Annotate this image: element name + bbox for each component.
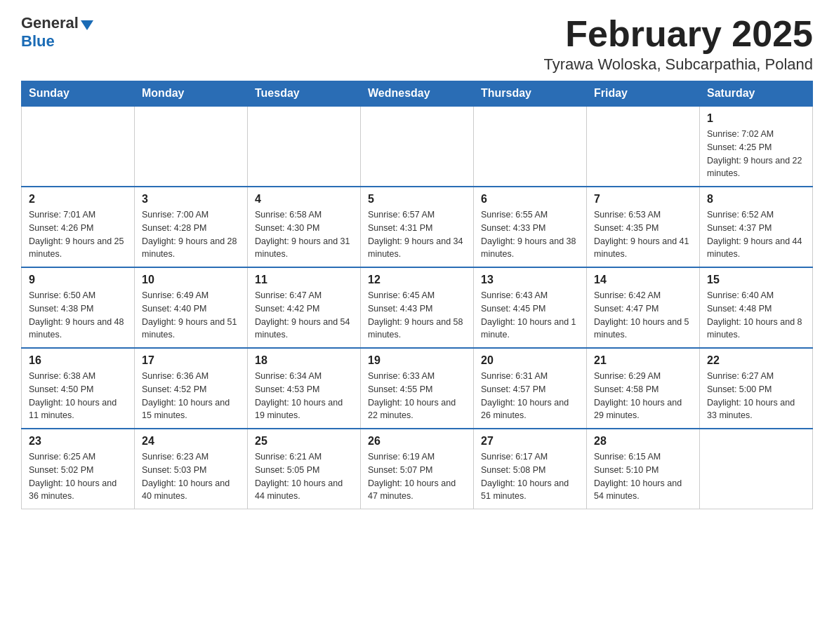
day-cell <box>22 106 135 187</box>
day-cell: 9Sunrise: 6:50 AM Sunset: 4:38 PM Daylig… <box>22 267 135 348</box>
day-number: 16 <box>29 354 127 367</box>
day-number: 4 <box>255 193 353 206</box>
day-info: Sunrise: 6:36 AM Sunset: 4:52 PM Dayligh… <box>142 370 240 422</box>
day-number: 8 <box>707 193 805 206</box>
day-info: Sunrise: 6:58 AM Sunset: 4:30 PM Dayligh… <box>255 208 353 261</box>
day-number: 22 <box>707 354 805 367</box>
day-info: Sunrise: 6:33 AM Sunset: 4:55 PM Dayligh… <box>368 370 466 422</box>
day-info: Sunrise: 6:40 AM Sunset: 4:48 PM Dayligh… <box>707 289 805 342</box>
month-title: February 2025 <box>543 14 813 54</box>
day-cell: 20Sunrise: 6:31 AM Sunset: 4:57 PM Dayli… <box>474 348 587 429</box>
day-number: 11 <box>255 274 353 286</box>
day-info: Sunrise: 6:57 AM Sunset: 4:31 PM Dayligh… <box>368 208 466 261</box>
location-title: Tyrawa Woloska, Subcarpathia, Poland <box>543 55 813 74</box>
day-cell: 3Sunrise: 7:00 AM Sunset: 4:28 PM Daylig… <box>135 187 248 267</box>
day-cell <box>135 106 248 187</box>
day-info: Sunrise: 6:15 AM Sunset: 5:10 PM Dayligh… <box>594 450 692 503</box>
day-cell: 11Sunrise: 6:47 AM Sunset: 4:42 PM Dayli… <box>248 267 361 348</box>
day-number: 26 <box>368 435 466 448</box>
day-cell: 4Sunrise: 6:58 AM Sunset: 4:30 PM Daylig… <box>248 187 361 267</box>
day-info: Sunrise: 7:02 AM Sunset: 4:25 PM Dayligh… <box>707 128 805 180</box>
day-number: 17 <box>142 354 240 367</box>
day-number: 27 <box>481 435 579 448</box>
day-info: Sunrise: 6:45 AM Sunset: 4:43 PM Dayligh… <box>368 289 466 342</box>
day-number: 14 <box>594 274 692 286</box>
day-number: 20 <box>481 354 579 367</box>
col-header-friday: Friday <box>587 81 700 107</box>
day-cell: 17Sunrise: 6:36 AM Sunset: 4:52 PM Dayli… <box>135 348 248 429</box>
day-info: Sunrise: 6:29 AM Sunset: 4:58 PM Dayligh… <box>594 370 692 422</box>
logo-blue: Blue <box>21 32 55 51</box>
day-cell: 16Sunrise: 6:38 AM Sunset: 4:50 PM Dayli… <box>22 348 135 429</box>
day-cell <box>700 429 813 509</box>
week-row-2: 9Sunrise: 6:50 AM Sunset: 4:38 PM Daylig… <box>22 267 813 348</box>
day-info: Sunrise: 7:00 AM Sunset: 4:28 PM Dayligh… <box>142 208 240 261</box>
day-cell: 14Sunrise: 6:42 AM Sunset: 4:47 PM Dayli… <box>587 267 700 348</box>
day-info: Sunrise: 6:49 AM Sunset: 4:40 PM Dayligh… <box>142 289 240 342</box>
logo: General Blue <box>21 14 93 51</box>
day-cell: 12Sunrise: 6:45 AM Sunset: 4:43 PM Dayli… <box>361 267 474 348</box>
day-info: Sunrise: 6:43 AM Sunset: 4:45 PM Dayligh… <box>481 289 579 342</box>
day-number: 5 <box>368 193 466 206</box>
col-header-saturday: Saturday <box>700 81 813 107</box>
day-cell: 13Sunrise: 6:43 AM Sunset: 4:45 PM Dayli… <box>474 267 587 348</box>
day-number: 18 <box>255 354 353 367</box>
day-info: Sunrise: 6:55 AM Sunset: 4:33 PM Dayligh… <box>481 208 579 261</box>
day-cell: 28Sunrise: 6:15 AM Sunset: 5:10 PM Dayli… <box>587 429 700 509</box>
day-number: 24 <box>142 435 240 448</box>
day-number: 3 <box>142 193 240 206</box>
day-info: Sunrise: 6:52 AM Sunset: 4:37 PM Dayligh… <box>707 208 805 261</box>
day-cell: 27Sunrise: 6:17 AM Sunset: 5:08 PM Dayli… <box>474 429 587 509</box>
day-info: Sunrise: 7:01 AM Sunset: 4:26 PM Dayligh… <box>29 208 127 261</box>
day-number: 21 <box>594 354 692 367</box>
calendar-table: SundayMondayTuesdayWednesdayThursdayFrid… <box>21 81 813 509</box>
day-info: Sunrise: 6:53 AM Sunset: 4:35 PM Dayligh… <box>594 208 692 261</box>
title-block: February 2025 Tyrawa Woloska, Subcarpath… <box>543 14 813 74</box>
day-number: 7 <box>594 193 692 206</box>
day-info: Sunrise: 6:25 AM Sunset: 5:02 PM Dayligh… <box>29 450 127 503</box>
day-cell: 5Sunrise: 6:57 AM Sunset: 4:31 PM Daylig… <box>361 187 474 267</box>
day-cell: 24Sunrise: 6:23 AM Sunset: 5:03 PM Dayli… <box>135 429 248 509</box>
day-cell <box>587 106 700 187</box>
day-cell: 7Sunrise: 6:53 AM Sunset: 4:35 PM Daylig… <box>587 187 700 267</box>
day-number: 6 <box>481 193 579 206</box>
day-number: 12 <box>368 274 466 286</box>
day-info: Sunrise: 6:50 AM Sunset: 4:38 PM Dayligh… <box>29 289 127 342</box>
day-number: 19 <box>368 354 466 367</box>
day-info: Sunrise: 6:47 AM Sunset: 4:42 PM Dayligh… <box>255 289 353 342</box>
logo-triangle-icon <box>81 20 93 30</box>
day-info: Sunrise: 6:27 AM Sunset: 5:00 PM Dayligh… <box>707 370 805 422</box>
day-cell: 2Sunrise: 7:01 AM Sunset: 4:26 PM Daylig… <box>22 187 135 267</box>
day-cell: 18Sunrise: 6:34 AM Sunset: 4:53 PM Dayli… <box>248 348 361 429</box>
calendar-header-row: SundayMondayTuesdayWednesdayThursdayFrid… <box>22 81 813 107</box>
day-cell: 21Sunrise: 6:29 AM Sunset: 4:58 PM Dayli… <box>587 348 700 429</box>
week-row-1: 2Sunrise: 7:01 AM Sunset: 4:26 PM Daylig… <box>22 187 813 267</box>
day-cell: 26Sunrise: 6:19 AM Sunset: 5:07 PM Dayli… <box>361 429 474 509</box>
day-info: Sunrise: 6:17 AM Sunset: 5:08 PM Dayligh… <box>481 450 579 503</box>
col-header-monday: Monday <box>135 81 248 107</box>
day-cell <box>248 106 361 187</box>
day-cell: 19Sunrise: 6:33 AM Sunset: 4:55 PM Dayli… <box>361 348 474 429</box>
day-info: Sunrise: 6:21 AM Sunset: 5:05 PM Dayligh… <box>255 450 353 503</box>
day-number: 10 <box>142 274 240 286</box>
day-cell: 1Sunrise: 7:02 AM Sunset: 4:25 PM Daylig… <box>700 106 813 187</box>
day-cell: 8Sunrise: 6:52 AM Sunset: 4:37 PM Daylig… <box>700 187 813 267</box>
day-cell: 25Sunrise: 6:21 AM Sunset: 5:05 PM Dayli… <box>248 429 361 509</box>
week-row-3: 16Sunrise: 6:38 AM Sunset: 4:50 PM Dayli… <box>22 348 813 429</box>
day-number: 1 <box>707 112 805 125</box>
logo-general: General <box>21 14 79 32</box>
day-number: 13 <box>481 274 579 286</box>
day-cell <box>474 106 587 187</box>
week-row-0: 1Sunrise: 7:02 AM Sunset: 4:25 PM Daylig… <box>22 106 813 187</box>
day-cell: 23Sunrise: 6:25 AM Sunset: 5:02 PM Dayli… <box>22 429 135 509</box>
week-row-4: 23Sunrise: 6:25 AM Sunset: 5:02 PM Dayli… <box>22 429 813 509</box>
day-cell <box>361 106 474 187</box>
day-number: 23 <box>29 435 127 448</box>
day-cell: 15Sunrise: 6:40 AM Sunset: 4:48 PM Dayli… <box>700 267 813 348</box>
day-cell: 6Sunrise: 6:55 AM Sunset: 4:33 PM Daylig… <box>474 187 587 267</box>
day-number: 9 <box>29 274 127 286</box>
day-number: 25 <box>255 435 353 448</box>
col-header-tuesday: Tuesday <box>248 81 361 107</box>
day-number: 2 <box>29 193 127 206</box>
day-info: Sunrise: 6:23 AM Sunset: 5:03 PM Dayligh… <box>142 450 240 503</box>
